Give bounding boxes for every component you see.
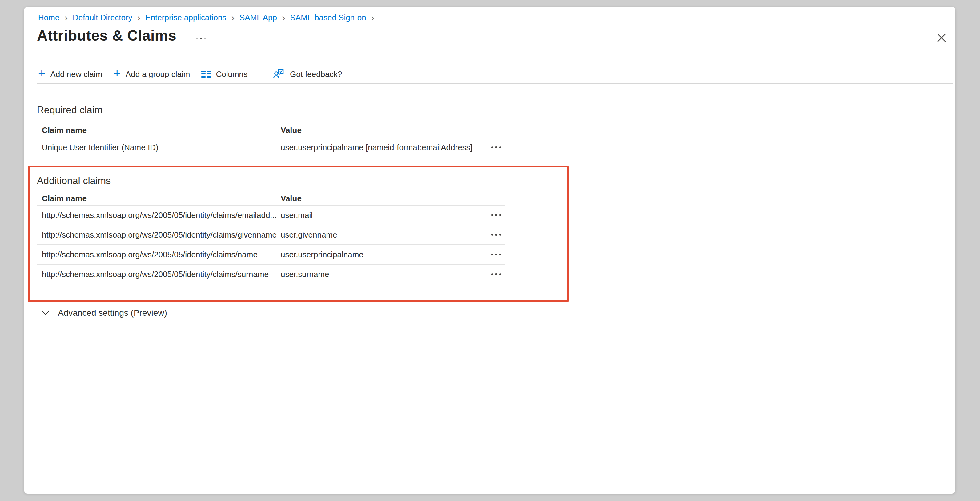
close-icon xyxy=(937,33,946,42)
more-options-button[interactable] xyxy=(196,38,205,39)
advanced-settings-toggle[interactable]: Advanced settings (Preview) xyxy=(41,308,167,318)
row-more-options-button[interactable] xyxy=(488,210,504,220)
row-more-options-button[interactable] xyxy=(488,270,504,279)
table-row[interactable]: Unique User Identifier (Name ID) user.us… xyxy=(37,137,505,158)
column-header-claim-name: Claim name xyxy=(37,194,281,203)
chevron-right-icon: › xyxy=(132,14,146,22)
additional-claims-table: Claim name Value http://schemas.xmlsoap.… xyxy=(37,191,505,284)
required-claim-table: Claim name Value Unique User Identifier … xyxy=(37,123,505,158)
table-row[interactable]: http://schemas.xmlsoap.org/ws/2005/05/id… xyxy=(37,245,505,265)
required-claim-heading: Required claim xyxy=(37,105,102,116)
chevron-right-icon: › xyxy=(59,14,73,22)
column-header-value: Value xyxy=(281,194,505,203)
claim-value-cell: user.userprincipalname [nameid-format:em… xyxy=(281,143,488,152)
columns-button[interactable]: Columns xyxy=(201,69,247,78)
row-more-options-button[interactable] xyxy=(488,143,504,152)
toolbar-divider xyxy=(260,68,260,80)
claim-name-cell: http://schemas.xmlsoap.org/ws/2005/05/id… xyxy=(37,210,281,220)
attributes-claims-panel: Home › Default Directory › Enterprise ap… xyxy=(24,7,955,494)
breadcrumb-link-enterprise-applications[interactable]: Enterprise applications xyxy=(145,13,226,22)
claim-value-cell: user.surname xyxy=(281,270,488,279)
ellipsis-icon xyxy=(491,234,493,236)
plus-icon: + xyxy=(38,69,45,78)
breadcrumb: Home › Default Directory › Enterprise ap… xyxy=(38,13,379,22)
got-feedback-label: Got feedback? xyxy=(290,69,342,78)
got-feedback-button[interactable]: Got feedback? xyxy=(273,68,342,80)
chevron-down-icon xyxy=(41,310,50,315)
table-row[interactable]: http://schemas.xmlsoap.org/ws/2005/05/id… xyxy=(37,205,505,225)
page-title: Attributes & Claims xyxy=(37,27,177,44)
breadcrumb-link-saml-app[interactable]: SAML App xyxy=(239,13,277,22)
breadcrumb-link-saml-based-sign-on[interactable]: SAML-based Sign-on xyxy=(290,13,366,22)
title-bar: Attributes & Claims xyxy=(37,27,205,44)
ellipsis-icon xyxy=(491,254,493,256)
feedback-icon xyxy=(273,68,285,80)
claim-value-cell: user.mail xyxy=(281,210,488,220)
chevron-right-icon: › xyxy=(366,14,380,22)
close-button[interactable] xyxy=(934,30,948,45)
claim-name-cell: Unique User Identifier (Name ID) xyxy=(37,143,281,152)
columns-icon xyxy=(201,70,211,77)
column-header-claim-name: Claim name xyxy=(37,125,281,135)
table-row[interactable]: http://schemas.xmlsoap.org/ws/2005/05/id… xyxy=(37,225,505,245)
plus-icon: + xyxy=(113,69,120,78)
ellipsis-icon xyxy=(491,214,493,216)
command-bar: + Add new claim + Add a group claim Colu… xyxy=(38,65,342,83)
claim-value-cell: user.givenname xyxy=(281,230,488,239)
row-more-options-button[interactable] xyxy=(488,250,504,259)
advanced-settings-label: Advanced settings (Preview) xyxy=(58,308,167,318)
more-options-icon xyxy=(196,38,197,39)
claim-name-cell: http://schemas.xmlsoap.org/ws/2005/05/id… xyxy=(37,230,281,239)
add-new-claim-button[interactable]: + Add new claim xyxy=(38,69,102,78)
additional-claims-heading: Additional claims xyxy=(37,175,111,186)
page: Home › Default Directory › Enterprise ap… xyxy=(0,0,980,501)
column-header-value: Value xyxy=(281,125,505,135)
claim-name-cell: http://schemas.xmlsoap.org/ws/2005/05/id… xyxy=(37,250,281,259)
add-group-claim-label: Add a group claim xyxy=(126,69,190,78)
breadcrumb-link-home[interactable]: Home xyxy=(38,13,59,22)
table-header-row: Claim name Value xyxy=(37,123,505,137)
claim-name-cell: http://schemas.xmlsoap.org/ws/2005/05/id… xyxy=(37,270,281,279)
chevron-right-icon: › xyxy=(277,14,290,22)
toolbar-divider-line xyxy=(37,83,953,84)
claim-value-cell: user.userprincipalname xyxy=(281,250,488,259)
table-header-row: Claim name Value xyxy=(37,191,505,205)
table-row[interactable]: http://schemas.xmlsoap.org/ws/2005/05/id… xyxy=(37,265,505,284)
row-more-options-button[interactable] xyxy=(488,230,504,240)
ellipsis-icon xyxy=(491,273,493,275)
add-new-claim-label: Add new claim xyxy=(50,69,102,78)
add-group-claim-button[interactable]: + Add a group claim xyxy=(113,69,190,78)
ellipsis-icon xyxy=(491,146,493,149)
columns-label: Columns xyxy=(216,69,247,78)
breadcrumb-link-default-directory[interactable]: Default Directory xyxy=(73,13,132,22)
chevron-right-icon: › xyxy=(226,14,239,22)
